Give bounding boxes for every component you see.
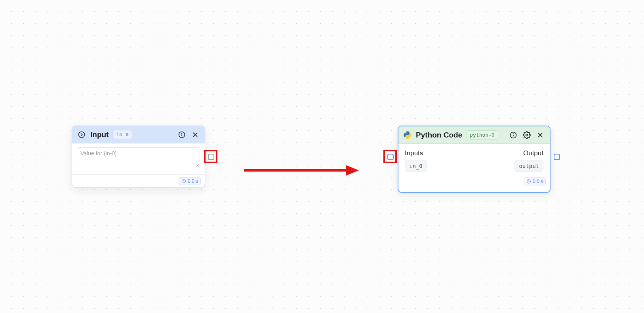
timing-chip: 0.0 s	[179, 177, 201, 185]
info-icon[interactable]	[177, 130, 187, 139]
timing-chip: 0.0 s	[524, 177, 546, 185]
node-python-header[interactable]: Python Code python-0	[398, 126, 550, 144]
input-arrow-icon	[77, 130, 86, 139]
info-icon[interactable]	[509, 130, 518, 140]
edge-input-to-python[interactable]	[205, 157, 398, 157]
node-python-id-chip: python-0	[466, 130, 498, 139]
node-python-footer: 0.0 s	[398, 175, 550, 188]
output-label: Output	[523, 149, 543, 157]
python-inputs-column: Inputs in_0	[405, 149, 427, 172]
input-port-chip[interactable]: in_0	[405, 160, 427, 172]
svg-point-9	[513, 134, 514, 134]
close-icon[interactable]	[535, 130, 545, 140]
node-python[interactable]: Python Code python-0 Inputs in_0	[398, 126, 551, 193]
svg-point-0	[79, 132, 85, 137]
gear-icon[interactable]	[522, 130, 532, 140]
timing-value: 0.0 s	[533, 179, 543, 184]
python-logo-icon	[403, 131, 412, 139]
svg-point-3	[182, 133, 182, 134]
output-port-chip[interactable]: output	[514, 160, 543, 172]
node-input[interactable]: Input in-0 0.0 s	[72, 126, 205, 188]
node-python-title: Python Code	[416, 131, 462, 139]
node-input-title: Input	[90, 130, 109, 139]
svg-point-10	[526, 134, 528, 136]
python-output-column: Output output	[514, 149, 543, 172]
port-python-in[interactable]	[387, 154, 394, 160]
inputs-label: Inputs	[405, 149, 427, 157]
node-input-footer: 0.0 s	[72, 174, 205, 187]
close-icon[interactable]	[191, 130, 200, 139]
port-input-out[interactable]	[208, 154, 214, 160]
annotation-arrow	[244, 164, 359, 177]
timing-value: 0.0 s	[188, 178, 198, 184]
input-value-field[interactable]	[77, 147, 200, 167]
node-input-header[interactable]: Input in-0	[72, 126, 205, 143]
svg-marker-15	[346, 165, 359, 176]
port-python-out[interactable]	[554, 154, 560, 160]
node-input-id-chip: in-0	[112, 130, 132, 139]
